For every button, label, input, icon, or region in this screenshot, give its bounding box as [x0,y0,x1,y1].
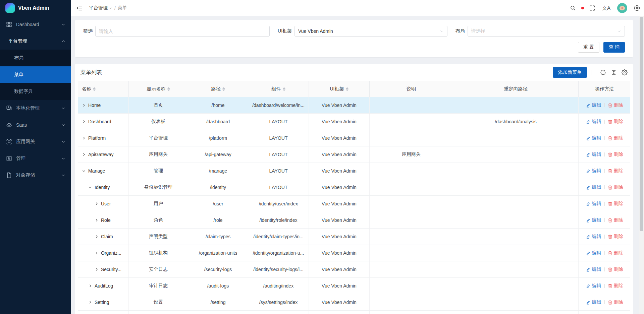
edit-button[interactable]: 编辑 [586,266,601,272]
column-header-UI框架[interactable]: UI框架 [309,81,370,97]
cell-name[interactable]: ApiGateway [78,146,129,163]
cell-display: 审计日志 [129,278,188,294]
cell-name[interactable]: Organiz... [78,245,129,261]
cell-name[interactable]: Role [78,212,129,228]
sidebar-subitem-数据字典[interactable]: 数据字典 [0,83,71,100]
sort-carets-icon[interactable] [346,87,348,91]
breadcrumb-parent[interactable]: 平台管理 [89,5,112,11]
delete-button[interactable]: 删除 [608,234,623,240]
sort-carets-icon[interactable] [222,87,225,91]
column-header-组件[interactable]: 组件 [248,81,309,97]
cell-name[interactable]: Identity [78,179,129,195]
cell-redirect [453,278,579,294]
row-name-label: Setting [95,300,109,305]
delete-button[interactable]: 删除 [608,168,623,174]
delete-button[interactable]: 删除 [608,184,623,190]
sidebar-item-storage[interactable]: 对象存储 [0,167,71,184]
delete-button[interactable]: 删除 [608,217,623,223]
edit-button[interactable]: 编辑 [586,119,601,125]
sidebar-subitem-菜单[interactable]: 菜单 [0,66,71,83]
edit-button[interactable]: 编辑 [586,299,601,305]
cell-ui-framework: Vue Vben Admin [309,229,370,245]
sidebar-item-saas[interactable]: Saas [0,117,71,133]
reset-button[interactable]: 重 置 [578,42,599,53]
cell-actions: 编辑删除 [579,245,630,261]
column-label: 路径 [211,86,221,92]
delete-button[interactable]: 删除 [608,119,623,125]
cell-ui-framework: Vue Vben Admin [309,130,370,146]
edit-button[interactable]: 编辑 [586,234,601,240]
cell-empty [453,311,579,314]
chevron-down-icon [440,29,444,33]
chevron-down-icon [61,173,65,177]
cell-name[interactable]: Dashboard [78,114,129,130]
sidebar-item-gateway[interactable]: 应用网关 [0,133,71,150]
row-height-icon[interactable] [611,69,617,75]
add-menu-button[interactable]: 添加新菜单 [553,67,587,78]
cell-name[interactable]: Manage [78,163,129,179]
chevron-down-icon [61,140,65,144]
sidebar-subitem-布局[interactable]: 布局 [0,50,71,66]
fullscreen-icon[interactable] [589,5,595,11]
edit-button[interactable]: 编辑 [586,151,601,158]
app-logo[interactable]: Vben Admin [0,0,71,16]
cell-name[interactable]: Home [78,97,129,113]
edit-button[interactable]: 编辑 [586,184,601,190]
column-header-名称[interactable]: 名称 [78,81,129,97]
scrollbar-thumb[interactable] [640,17,643,231]
edit-label: 编辑 [592,151,601,158]
cell-redirect [453,163,579,179]
cell-name[interactable]: Platform [78,130,129,146]
cell-display: 安全日志 [129,261,188,277]
delete-button[interactable]: 删除 [608,151,623,158]
search-icon[interactable] [570,5,576,11]
layout-select[interactable]: 请选择 [468,26,625,37]
pencil-icon [586,185,591,190]
edit-button[interactable]: 编辑 [586,217,601,223]
sort-carets-icon[interactable] [93,87,96,91]
column-header-路径[interactable]: 路径 [188,81,248,97]
cell-name[interactable]: User [78,196,129,212]
edit-button[interactable]: 编辑 [586,135,601,141]
column-label: 显示名称 [147,86,166,92]
filter-input[interactable] [99,28,266,34]
edit-label: 编辑 [592,168,601,174]
sidebar-item-manage[interactable]: 管理 [0,150,71,167]
cell-path: /organization-units [188,245,248,261]
table-settings-gear-icon[interactable] [622,69,628,75]
sidebar-collapse-icon[interactable] [76,5,83,11]
avatar[interactable] [617,3,627,13]
search-button[interactable]: 查 询 [603,42,625,53]
delete-button[interactable]: 删除 [608,266,623,272]
vertical-scrollbar[interactable] [639,16,644,314]
delete-button[interactable]: 删除 [608,283,623,289]
edit-button[interactable]: 编辑 [586,250,601,256]
refresh-icon[interactable] [600,69,606,75]
row-name-label: Claim [101,234,113,239]
gear-icon[interactable] [634,5,640,11]
edit-button[interactable]: 编辑 [586,201,601,207]
sidebar-item-dashboard[interactable]: Dashboard [0,16,71,33]
edit-button[interactable]: 编辑 [586,102,601,108]
edit-button[interactable]: 编辑 [586,168,601,174]
ui-framework-select[interactable]: Vue Vben Admin [294,26,447,37]
cell-name[interactable]: Claim [78,229,129,245]
cell-name[interactable]: Security... [78,261,129,277]
cell-name[interactable]: Setting [78,294,129,310]
cell-ui-framework: Vue Vben Admin [309,163,370,179]
sidebar-item-localization[interactable]: 本地化管理 [0,100,71,117]
translate-icon[interactable]: 文A [602,5,610,10]
cell-name[interactable]: AuditLog [78,278,129,294]
delete-button[interactable]: 删除 [608,299,623,305]
delete-button[interactable]: 删除 [608,102,623,108]
sort-carets-icon[interactable] [283,87,285,91]
sort-carets-icon[interactable] [167,87,170,91]
delete-button[interactable]: 删除 [608,201,623,207]
delete-label: 删除 [614,217,623,223]
cell-display: 角色 [129,212,188,228]
edit-button[interactable]: 编辑 [586,283,601,289]
delete-button[interactable]: 删除 [608,135,623,141]
column-header-显示名称[interactable]: 显示名称 [129,81,188,97]
sidebar-item-platform[interactable]: 平台管理 [0,33,71,50]
delete-button[interactable]: 删除 [608,250,623,256]
